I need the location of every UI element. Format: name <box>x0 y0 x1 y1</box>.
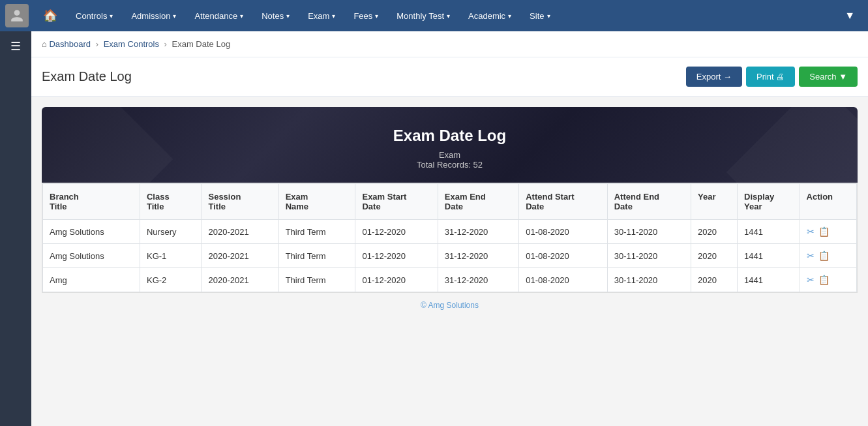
table-row: Amg KG-2 2020-2021 Third Term 01-12-2020… <box>43 268 857 292</box>
home-nav-button[interactable]: 🏠 <box>34 0 67 31</box>
cell-action: ✂ 📋 <box>800 244 856 268</box>
nav-label: Attendance <box>194 11 237 21</box>
nav-label: Academic <box>468 11 505 21</box>
nav-label: Site <box>530 11 544 21</box>
breadcrumb: ⌂ Dashboard › Exam Controls › Exam Date … <box>31 31 868 57</box>
cell-action: ✂ 📋 <box>800 268 856 292</box>
nav-right: ▼ <box>837 0 863 31</box>
nav-item-controls[interactable]: Controls ▾ <box>67 0 122 31</box>
cell-session-title: 2020-2021 <box>202 244 278 268</box>
breadcrumb-sep-1: › <box>96 39 98 49</box>
cell-attend-start-date: 01-08-2020 <box>519 268 608 292</box>
cell-session-title: 2020-2021 <box>202 220 278 244</box>
avatar[interactable] <box>5 4 29 27</box>
cell-attend-end-date: 30-11-2020 <box>607 220 691 244</box>
exam-date-log-table: BranchTitle ClassTitle SessionTitle Exam… <box>42 183 857 292</box>
nav-item-notes[interactable]: Notes ▾ <box>252 0 299 31</box>
col-exam-start-date: Exam StartDate <box>355 184 438 220</box>
caret-icon: ▾ <box>173 12 176 20</box>
cell-exam-end-date: 31-12-2020 <box>438 244 518 268</box>
table-header: BranchTitle ClassTitle SessionTitle Exam… <box>43 184 857 220</box>
edit-icon[interactable]: 📋 <box>818 251 830 261</box>
cell-exam-name: Third Term <box>278 268 355 292</box>
nav-label: Controls <box>76 11 107 21</box>
cell-year: 2020 <box>691 244 738 268</box>
cell-attend-end-date: 30-11-2020 <box>607 244 691 268</box>
banner: Exam Date Log Exam Total Records: 52 <box>42 107 858 183</box>
page-title: Exam Date Log <box>42 69 132 84</box>
header-buttons: Export → Print 🖨 Search ▼ <box>686 67 858 87</box>
cell-display-year: 1441 <box>738 268 800 292</box>
col-action: Action <box>800 184 856 220</box>
footer-text: © Amg Solutions <box>421 301 479 310</box>
sidebar: ☰ <box>0 31 31 426</box>
nav-item-site[interactable]: Site ▾ <box>520 0 559 31</box>
col-class-title: ClassTitle <box>140 184 202 220</box>
content-area: Exam Date Log Exam Total Records: 52 Bra… <box>31 97 868 328</box>
cell-exam-start-date: 01-12-2020 <box>355 220 438 244</box>
nav-item-admission[interactable]: Admission ▾ <box>122 0 185 31</box>
caret-icon: ▾ <box>547 12 550 20</box>
caret-icon: ▾ <box>332 12 335 20</box>
nav-item-attendance[interactable]: Attendance ▾ <box>185 0 252 31</box>
nav-label: Fees <box>353 11 372 21</box>
banner-total-records: Total Records: 52 <box>55 160 845 170</box>
cell-display-year: 1441 <box>738 244 800 268</box>
col-session-title: SessionTitle <box>202 184 278 220</box>
caret-icon: ▾ <box>240 12 243 20</box>
sidebar-menu-icon[interactable]: ☰ <box>10 39 21 53</box>
export-button[interactable]: Export → <box>686 67 742 87</box>
cell-year: 2020 <box>691 220 738 244</box>
nav-item-monthly-test[interactable]: Monthly Test ▾ <box>387 0 459 31</box>
col-year: Year <box>691 184 738 220</box>
table-body: Amg Solutions Nursery 2020-2021 Third Te… <box>43 220 857 292</box>
cell-class-title: Nursery <box>140 220 202 244</box>
home-icon: 🏠 <box>43 8 57 23</box>
nav-label: Notes <box>262 11 284 21</box>
cell-attend-start-date: 01-08-2020 <box>519 244 608 268</box>
cell-class-title: KG-2 <box>140 268 202 292</box>
search-button[interactable]: Search ▼ <box>799 67 858 87</box>
cell-exam-end-date: 31-12-2020 <box>438 268 518 292</box>
nav-dropdown-button[interactable]: ▼ <box>837 0 863 31</box>
layout: ☰ ⌂ Dashboard › Exam Controls › Exam Dat… <box>0 31 868 426</box>
breadcrumb-sep-2: › <box>164 39 167 49</box>
cell-exam-name: Third Term <box>278 244 355 268</box>
edit-icon[interactable]: 📋 <box>818 226 830 237</box>
col-display-year: DisplayYear <box>738 184 800 220</box>
nav-items: Controls ▾ Admission ▾ Attendance ▾ Note… <box>67 0 837 31</box>
home-breadcrumb-icon: ⌂ <box>42 39 47 49</box>
cell-branch-title: Amg Solutions <box>43 220 140 244</box>
cell-branch-title: Amg Solutions <box>43 244 140 268</box>
cut-icon[interactable]: ✂ <box>807 275 815 285</box>
nav-label: Monthly Test <box>397 11 444 21</box>
cell-exam-start-date: 01-12-2020 <box>355 268 438 292</box>
edit-icon[interactable]: 📋 <box>818 275 830 285</box>
breadcrumb-current: Exam Date Log <box>172 39 231 49</box>
breadcrumb-dashboard[interactable]: Dashboard <box>49 39 91 49</box>
nav-item-academic[interactable]: Academic ▾ <box>459 0 520 31</box>
nav-label: Admission <box>131 11 170 21</box>
caret-icon: ▾ <box>110 12 113 20</box>
caret-icon: ▾ <box>375 12 378 20</box>
table-header-row: BranchTitle ClassTitle SessionTitle Exam… <box>43 184 857 220</box>
cut-icon[interactable]: ✂ <box>807 251 815 261</box>
main-content: ⌂ Dashboard › Exam Controls › Exam Date … <box>31 31 868 426</box>
cell-branch-title: Amg <box>43 268 140 292</box>
caret-icon: ▾ <box>286 12 290 20</box>
cell-year: 2020 <box>691 268 738 292</box>
table-container: BranchTitle ClassTitle SessionTitle Exam… <box>42 183 858 293</box>
cell-display-year: 1441 <box>738 220 800 244</box>
cell-exam-end-date: 31-12-2020 <box>438 220 518 244</box>
col-attend-start-date: Attend StartDate <box>519 184 608 220</box>
table-row: Amg Solutions KG-1 2020-2021 Third Term … <box>43 244 857 268</box>
page-header: Exam Date Log Export → Print 🖨 Search ▼ <box>31 57 868 97</box>
cell-exam-start-date: 01-12-2020 <box>355 244 438 268</box>
nav-item-fees[interactable]: Fees ▾ <box>344 0 387 31</box>
cell-action: ✂ 📋 <box>800 220 856 244</box>
breadcrumb-exam-controls[interactable]: Exam Controls <box>104 39 159 49</box>
cut-icon[interactable]: ✂ <box>807 226 815 237</box>
print-button[interactable]: Print 🖨 <box>746 67 795 87</box>
cell-session-title: 2020-2021 <box>202 268 278 292</box>
nav-item-exam[interactable]: Exam ▾ <box>299 0 344 31</box>
